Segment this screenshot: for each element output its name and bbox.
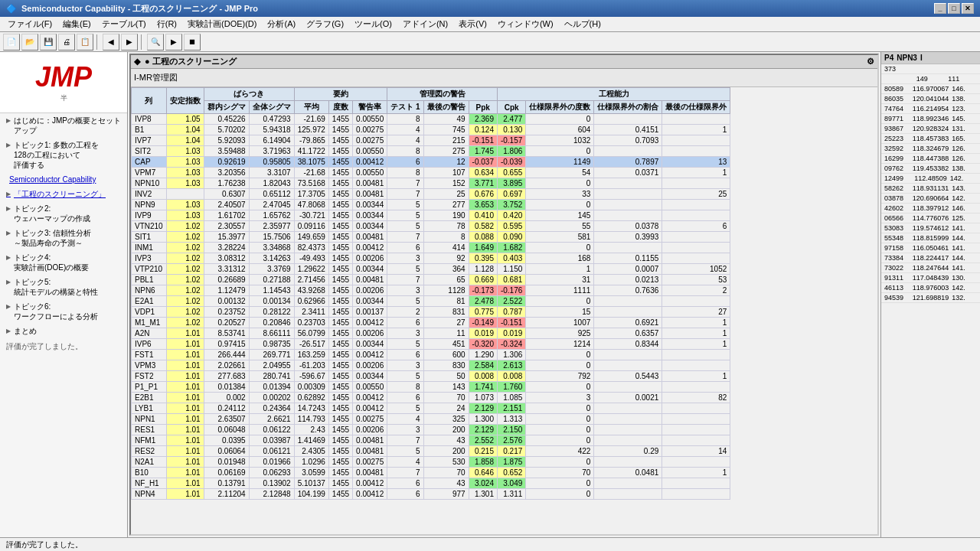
cell-loos: 53: [662, 275, 730, 285]
table-row[interactable]: RES21.010.060640.061212.430514550.004815…: [132, 446, 730, 457]
table-row[interactable]: N2A11.010.019480.019661.029614550.002754…: [132, 457, 730, 468]
cell-cpk: 2.151: [497, 403, 525, 414]
cell-wr: 0.00481: [353, 189, 387, 200]
save-button[interactable]: 💾: [40, 34, 57, 51]
table-row[interactable]: INV20.63070.6511217.370514550.004817250.…: [132, 189, 730, 200]
copy-button[interactable]: 📋: [77, 34, 93, 51]
table-row[interactable]: NPN91.032.405072.4704547.806814550.00344…: [132, 200, 730, 210]
right-cell: 121.698819: [913, 294, 949, 302]
sidebar-item-topic4[interactable]: ▶ トピック4:実験計画(DOE)の概要: [0, 250, 127, 275]
table-row[interactable]: VTN2101.022.305572.359770.0911614550.003…: [132, 221, 730, 232]
table-row[interactable]: SIT21.033.594883.7196341.172214550.00550…: [132, 146, 730, 157]
cell-t1: 3: [387, 253, 423, 264]
minimize-button[interactable]: _: [934, 3, 946, 14]
cell-wr: 0.00206: [353, 285, 387, 296]
new-button[interactable]: 📄: [3, 34, 20, 51]
cell-ws: 0.23752: [204, 307, 249, 318]
menu-doe[interactable]: 実験計画(DOE)(D): [183, 17, 261, 31]
menu-window[interactable]: ウィンドウ(W): [493, 17, 558, 31]
table-row[interactable]: PBL11.020.266890.271882.7145614550.00481…: [132, 275, 730, 285]
table-row[interactable]: VPM71.033.203563.3107-21.6814550.0055081…: [132, 168, 730, 178]
menu-view[interactable]: 表示(V): [454, 17, 492, 31]
cell-ws: 2.40507: [204, 200, 249, 210]
cell-si: 1.04: [166, 125, 204, 135]
menu-help[interactable]: ヘルプ(H): [560, 17, 606, 31]
table-row[interactable]: B101.010.061690.062933.059914550.0048177…: [132, 468, 730, 478]
table-row[interactable]: NPN41.012.112042.12848104.19914550.00412…: [132, 489, 730, 500]
cell-t1: 4: [387, 125, 423, 135]
cell-cpk: 3.895: [497, 178, 525, 189]
table-row[interactable]: M1_M11.020.205270.208460.2370314550.0041…: [132, 318, 730, 328]
print-button[interactable]: 🖨: [58, 34, 75, 51]
sidebar-item-summary[interactable]: ▶ まとめ: [0, 324, 127, 338]
table-row[interactable]: A2N1.018.537418.6611156.079914550.002063…: [132, 328, 730, 339]
table-row[interactable]: E2A11.020.001320.001340.6296614550.00344…: [132, 296, 730, 307]
cell-ppk: 0.395: [469, 253, 497, 264]
cell-si: 1.01: [166, 425, 204, 435]
menu-edit[interactable]: 編集(E): [58, 17, 96, 31]
table-row[interactable]: IVP61.010.974150.98735-26.51714550.00344…: [132, 339, 730, 350]
analysis-close-button[interactable]: ⚙: [867, 57, 874, 67]
menu-addin[interactable]: アドイン(N): [398, 17, 452, 31]
sidebar-item-topic5[interactable]: ▶ トピック5:統計モデルの構築と特性: [0, 275, 127, 299]
table-row[interactable]: VDP11.020.237520.281222.341114550.001372…: [132, 307, 730, 318]
close-button[interactable]: ✕: [962, 3, 974, 14]
table-row[interactable]: IVP91.031.617021.65762-30.72114550.00344…: [132, 210, 730, 221]
table-row[interactable]: NF_H11.010.137910.139025.1013714550.0041…: [132, 478, 730, 489]
open-button[interactable]: 📂: [21, 34, 38, 51]
right-cell: 142.: [950, 174, 977, 182]
cell-oos: 55: [526, 221, 594, 232]
cell-ppk: 1.073: [469, 393, 497, 403]
back-button[interactable]: ◀: [103, 34, 119, 51]
cell-oosr: 0.5443: [594, 371, 662, 382]
table-row[interactable]: IVP71.045.920936.14904-79.86514550.00275…: [132, 135, 730, 146]
cell-wr: 0.00206: [353, 360, 387, 371]
cell-gs: 0.06122: [249, 425, 294, 435]
run-button[interactable]: ▶: [165, 34, 182, 51]
table-row[interactable]: VPM31.012.026612.04955-61.20314550.00206…: [132, 360, 730, 371]
sidebar-item-screening[interactable]: ▶ 「工程のスクリーニング」: [0, 187, 127, 201]
menu-file[interactable]: ファイル(F): [3, 17, 57, 31]
maximize-button[interactable]: □: [948, 3, 960, 14]
cell-cpk: 1.682: [497, 243, 525, 253]
table-row[interactable]: LYB11.010.241120.2436414.724314550.00412…: [132, 403, 730, 414]
menu-table[interactable]: テーブル(T): [97, 17, 151, 31]
table-row[interactable]: B11.045.702025.94318125.97214550.0027547…: [132, 125, 730, 135]
cell-wr: 0.00481: [353, 468, 387, 478]
table-row[interactable]: NPN61.021.124791.1454343.926814550.00206…: [132, 285, 730, 296]
table-row[interactable]: FST21.01277.683280.741-596.6714550.00344…: [132, 371, 730, 382]
table-row[interactable]: IVP81.050.452260.47293-21.6914550.005508…: [132, 114, 730, 125]
forward-button[interactable]: ▶: [121, 34, 138, 51]
table-container[interactable]: 列 安定指数 ばらつき 要約 管理図の警告 工程能力 群内シグマ 全体シグマ 平…: [131, 87, 877, 534]
menu-analyze[interactable]: 分析(A): [263, 17, 300, 31]
table-row[interactable]: RES11.010.060480.061222.4314550.00206320…: [132, 425, 730, 435]
table-row[interactable]: IVP31.023.083123.14263-49.49314550.00206…: [132, 253, 730, 264]
sidebar-item-topic1[interactable]: ▶ トピック1: 多数の工程を128の工程において評価する: [0, 138, 127, 172]
cell-wr: 0.00412: [353, 243, 387, 253]
sidebar-item-topic3[interactable]: ▶ トピック3: 信頼性分析～製品寿命の予測～: [0, 226, 127, 250]
menu-tools[interactable]: ツール(O): [350, 17, 397, 31]
table-row[interactable]: NPN101.031.762381.8204373.516814550.0048…: [132, 178, 730, 189]
table-row[interactable]: NPN11.012.635072.6621114.79314550.002754…: [132, 414, 730, 425]
menu-row[interactable]: 行(R): [152, 17, 181, 31]
right-cell: 126.: [952, 155, 977, 162]
cell-cpk: 1.875: [497, 457, 525, 468]
menu-graph[interactable]: グラフ(G): [302, 17, 348, 31]
table-row[interactable]: CAP1.030.926190.9580538.107514550.004126…: [132, 157, 730, 168]
sidebar-item-topic2[interactable]: ▶ トピック2:ウェハーマップの作成: [0, 201, 127, 226]
cell-ws: 0.06064: [204, 446, 249, 457]
table-row[interactable]: SIT11.0215.397715.7506149.65914550.00481…: [132, 232, 730, 243]
table-row[interactable]: INM11.023.282243.3486882.437314550.00412…: [132, 243, 730, 253]
sidebar-item-semicon[interactable]: Semiconductor Capability: [0, 172, 127, 187]
stop-button[interactable]: ⏹: [184, 34, 201, 51]
main-window: 🔷 Semiconductor Capability - 工程のスクリーニング …: [0, 0, 980, 551]
table-row[interactable]: VTP2101.023.313123.37691.2962214550.0034…: [132, 264, 730, 275]
table-row[interactable]: NFM11.010.03950.039871.4146914550.004817…: [132, 435, 730, 446]
search-button[interactable]: 🔍: [147, 34, 164, 51]
sidebar-item-topic6[interactable]: ▶ トピック6:ワークフローによる分析: [0, 299, 127, 324]
sidebar-item-intro[interactable]: ▶ はじめに：JMPの概要とセットアップ: [0, 113, 127, 138]
cell-avg: -49.493: [294, 253, 328, 264]
table-row[interactable]: FST11.01266.444269.771163.25914550.00412…: [132, 350, 730, 360]
table-row[interactable]: P1_P11.010.013840.013940.0030914550.0055…: [132, 382, 730, 393]
table-row[interactable]: E2B11.010.0020.002020.6289214550.0041267…: [132, 393, 730, 403]
